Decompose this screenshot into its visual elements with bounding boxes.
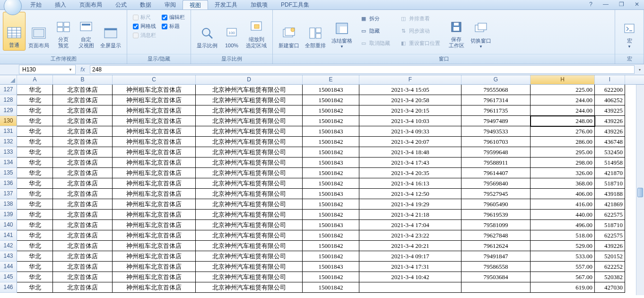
cell[interactable]: 439226	[595, 116, 625, 126]
cell[interactable]: 15001843	[303, 262, 359, 272]
cell[interactable]: 2021-3-4 09:17	[359, 251, 461, 262]
cell[interactable]: 79491847	[461, 251, 531, 262]
cell[interactable]: 567.00	[531, 272, 595, 282]
cell[interactable]: 华北	[17, 178, 53, 189]
help-icon[interactable]: ?	[586, 0, 595, 9]
cell[interactable]: 439225	[595, 105, 625, 116]
cell[interactable]: 北京首体店	[53, 158, 113, 168]
cell[interactable]: 北京首体店	[53, 147, 113, 158]
row-header[interactable]: 128	[0, 95, 17, 105]
cell[interactable]: 79588911	[461, 158, 531, 168]
cell[interactable]: 15001842	[303, 95, 359, 105]
cell[interactable]: 427030	[595, 282, 625, 293]
cell[interactable]: 421870	[595, 168, 625, 178]
fx-icon[interactable]: fx	[78, 65, 88, 74]
cell[interactable]: 520152	[595, 251, 625, 262]
cell[interactable]: 496.00	[531, 220, 595, 230]
col-header-D[interactable]: D	[196, 75, 303, 84]
cell[interactable]: 298.00	[531, 158, 595, 168]
cell[interactable]: 神州租车北京首体店	[113, 158, 196, 168]
cell[interactable]: 北京首体店	[53, 241, 113, 251]
cell[interactable]: 15001842	[303, 116, 359, 126]
macro-button[interactable]: 宏 ▼	[618, 12, 641, 51]
cell[interactable]: 79493533	[461, 126, 531, 137]
row-header[interactable]: 136	[0, 178, 17, 189]
cell[interactable]: 北京首体店	[53, 105, 113, 116]
formula-input[interactable]: 248	[90, 65, 635, 74]
cell[interactable]: 北京神州汽车租赁有限公司	[196, 210, 303, 220]
cell[interactable]: 华北	[17, 210, 53, 220]
cell[interactable]: 北京神州汽车租赁有限公司	[196, 251, 303, 262]
cell[interactable]: 2021-3-4 15:05	[359, 85, 461, 95]
cell[interactable]: 北京首体店	[53, 199, 113, 210]
zoom-button[interactable]: 显示比例	[194, 12, 220, 51]
cell[interactable]: 北京神州汽车租赁有限公司	[196, 95, 303, 105]
arrange-button[interactable]: 全部重排	[302, 12, 329, 51]
cell[interactable]: 华北	[17, 116, 53, 126]
select-all-button[interactable]	[0, 75, 17, 84]
cell[interactable]: 神州租车北京首体店	[113, 105, 196, 116]
cell[interactable]: 2021-3-4 20:21	[359, 241, 461, 251]
cell[interactable]: 368.00	[531, 178, 595, 189]
cell[interactable]: 440.00	[531, 210, 595, 220]
cell[interactable]: 华北	[17, 220, 53, 230]
cell[interactable]: 439188	[595, 189, 625, 199]
cell[interactable]: 华北	[17, 158, 53, 168]
tab-插入[interactable]: 插入	[48, 0, 73, 9]
cell[interactable]: 2021-3-4 20:58	[359, 95, 461, 105]
cell[interactable]: 248.00	[531, 116, 595, 126]
cell[interactable]: 326.00	[531, 168, 595, 178]
col-header-I[interactable]: I	[595, 75, 625, 84]
cell[interactable]: 神州租车北京首体店	[113, 189, 196, 199]
cell[interactable]: 2021-3-4 20:07	[359, 137, 461, 147]
cell[interactable]: 北京神州汽车租赁有限公司	[196, 158, 303, 168]
cell[interactable]: 15001842	[303, 168, 359, 178]
cell[interactable]: 北京神州汽车租赁有限公司	[196, 85, 303, 95]
row-header[interactable]: 135	[0, 168, 17, 178]
cell[interactable]: 华北	[17, 272, 53, 282]
cell[interactable]: 北京神州汽车租赁有限公司	[196, 282, 303, 293]
cell[interactable]: 神州租车北京首体店	[113, 210, 196, 220]
maximize-icon[interactable]: ❐	[616, 0, 627, 9]
col-header-A[interactable]: A	[17, 75, 53, 84]
cell[interactable]: 华北	[17, 126, 53, 137]
cell[interactable]: 295.00	[531, 147, 595, 158]
row-header[interactable]: 143	[0, 251, 17, 262]
close-icon[interactable]: ✕	[632, 0, 642, 9]
cell[interactable]: 2021-3-4 20:15	[359, 105, 461, 116]
cell[interactable]: 619.00	[531, 282, 595, 293]
row-header[interactable]: 145	[0, 272, 17, 282]
cell[interactable]: 华北	[17, 282, 53, 293]
cell[interactable]: 2021-3-4 21:18	[359, 210, 461, 220]
row-header[interactable]: 139	[0, 210, 17, 220]
cell[interactable]: 神州租车北京首体店	[113, 85, 196, 95]
cell[interactable]: 79586558	[461, 262, 531, 272]
normal-view-button[interactable]: 普通	[3, 12, 26, 51]
cell[interactable]	[359, 282, 461, 293]
cell[interactable]: 520382	[595, 272, 625, 282]
scroll-thumb[interactable]	[637, 188, 643, 197]
col-header-G[interactable]: G	[461, 75, 531, 84]
cell[interactable]: 79627848	[461, 230, 531, 241]
cell[interactable]: 神州租车北京首体店	[113, 241, 196, 251]
col-header-C[interactable]: C	[113, 75, 196, 84]
cell[interactable]: 622575	[595, 210, 625, 220]
cell[interactable]: 2021-3-4 17:04	[359, 220, 461, 230]
cell[interactable]: 2021-3-4 09:33	[359, 126, 461, 137]
cell[interactable]: 华北	[17, 189, 53, 199]
cell[interactable]: 15001842	[303, 251, 359, 262]
cell[interactable]: 北京首体店	[53, 189, 113, 199]
cell[interactable]: 2021-3-4 23:22	[359, 230, 461, 241]
cell[interactable]: 2021-3-4 10:03	[359, 116, 461, 126]
cell[interactable]: 北京首体店	[53, 126, 113, 137]
cell[interactable]: 北京神州汽车租赁有限公司	[196, 168, 303, 178]
cell[interactable]: 北京首体店	[53, 210, 113, 220]
custom-view-button[interactable]: 自定 义视图	[75, 12, 97, 51]
cell[interactable]: 神州租车北京首体店	[113, 262, 196, 272]
cell[interactable]: 79610703	[461, 137, 531, 147]
save-workspace-button[interactable]: 保存 工作区	[445, 12, 468, 51]
cell[interactable]: 北京神州汽车租赁有限公司	[196, 137, 303, 147]
tab-开始[interactable]: 开始	[24, 0, 48, 9]
cell[interactable]: 406252	[595, 95, 625, 105]
cell[interactable]: 北京神州汽车租赁有限公司	[196, 199, 303, 210]
